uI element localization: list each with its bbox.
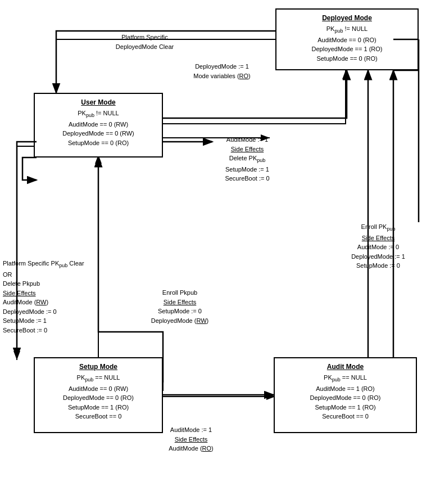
label-ppc-line3: Delete Pkpub: [3, 279, 87, 289]
setup-mode-box: Setup Mode PKpub == NULL AuditMode == 0 …: [34, 357, 163, 433]
deployed-mode-box: Deployed Mode PKpub != NULL AuditMode ==…: [275, 8, 419, 70]
label-epr-line2: Side Effects: [342, 233, 415, 243]
label-epb-line1: Enroll Pkpub: [143, 288, 216, 298]
label-deployed-mode-set-line2: Mode variables (RO): [171, 71, 273, 81]
deployed-line-4: SetupMode == 0 (RO): [282, 54, 412, 64]
audit-mode-title: Audit Mode: [280, 363, 410, 371]
label-ppc-line8: SecureBoot := 0: [3, 326, 87, 335]
arrow-setup-to-user-enroll: [98, 158, 163, 382]
label-epr-line4: DeployedMode := 1: [342, 252, 415, 262]
deployed-line-3: DeployedMode == 1 (RO): [282, 44, 412, 54]
label-platform-deployed: Platform Specific DeployedMode Clear: [96, 33, 194, 51]
label-utr-line3: Delete PKpub: [214, 154, 281, 165]
label-ppc-line4: Side Effects: [3, 289, 87, 298]
label-platform-deployed-line1: Platform Specific: [96, 33, 194, 42]
label-sta-line3: AuditMode (RO): [155, 444, 228, 453]
setup-line-1: PKpub == NULL: [40, 373, 156, 384]
setup-line-2: AuditMode == 0 (RW): [40, 384, 156, 394]
label-setup-to-audit: AuditMode := 1 Side Effects AuditMode (R…: [155, 425, 228, 453]
audit-line-3: DeployedMode == 0 (RO): [280, 393, 410, 403]
label-user-to-right: AuditMode := 1 Side Effects Delete PKpub…: [214, 135, 281, 183]
label-deployed-mode-set: DeployedMode := 1 Mode variables (RO): [171, 62, 273, 80]
label-platform-pkpub-clear: Platform Specific PKpub Clear OR Delete …: [0, 259, 87, 335]
label-ppc-line2: OR: [3, 270, 87, 280]
label-ppc-line6: DeployedMode := 0: [3, 307, 87, 317]
diagram-container: Deployed Mode PKpub != NULL AuditMode ==…: [0, 0, 431, 504]
deployed-line-1: PKpub != NULL: [282, 24, 412, 35]
setup-line-5: SecureBoot == 0: [40, 412, 156, 421]
label-epb-line2: Side Effects: [143, 298, 216, 307]
label-deployed-mode-set-line1: DeployedMode := 1: [171, 62, 273, 71]
label-ppc-line5: AuditMode (RW): [3, 298, 87, 307]
label-utr-line5: SecureBoot := 0: [214, 174, 281, 183]
label-sta-line2: Side Effects: [155, 435, 228, 444]
label-utr-line2: Side Effects: [214, 145, 281, 154]
user-line-2: AuditMode == 0 (RW): [40, 120, 156, 129]
setup-line-3: DeployedMode == 0 (RO): [40, 393, 156, 403]
audit-mode-box: Audit Mode PKpub == NULL AuditMode == 1 …: [274, 357, 417, 433]
audit-line-1: PKpub == NULL: [280, 373, 410, 384]
label-enroll-pkpub-bottom: Enroll Pkpub Side Effects SetupMode := 0…: [143, 288, 216, 325]
label-epr-line5: SetupMode := 0: [342, 261, 415, 271]
label-epr-line1: Enroll PKpub: [342, 222, 415, 233]
user-mode-box: User Mode PKpub != NULL AuditMode == 0 (…: [34, 93, 163, 158]
label-ppc-line7: SetupMode := 1: [3, 316, 87, 326]
audit-line-4: SetupMode == 1 (RO): [280, 403, 410, 412]
deployed-line-2: AuditMode == 0 (RO): [282, 35, 412, 45]
setup-mode-title: Setup Mode: [40, 363, 156, 371]
arrow-user-selfloop: [22, 158, 37, 180]
label-utr-line4: SetupMode := 1: [214, 165, 281, 174]
user-mode-title: User Mode: [40, 98, 156, 106]
setup-line-4: SetupMode == 1 (RO): [40, 403, 156, 412]
label-ppc-line1: Platform Specific PKpub Clear: [3, 259, 87, 270]
audit-line-5: SecureBoot == 0: [280, 412, 410, 421]
label-epb-line3: SetupMode := 0: [143, 307, 216, 316]
deployed-mode-title: Deployed Mode: [282, 14, 412, 22]
label-epb-line4: DeployedMode (RW): [143, 316, 216, 326]
label-enroll-pkpub-right: Enroll PKpub Side Effects AuditMode := 0…: [342, 222, 415, 271]
user-line-4: SetupMode == 0 (RO): [40, 138, 156, 148]
arrow-setup-to-user: [98, 155, 163, 391]
user-line-3: DeployedMode == 0 (RW): [40, 129, 156, 138]
audit-line-2: AuditMode == 1 (RO): [280, 384, 410, 394]
user-line-1: PKpub != NULL: [40, 109, 156, 120]
label-utr-line1: AuditMode := 1: [214, 135, 281, 145]
label-platform-deployed-line2: DeployedMode Clear: [96, 42, 194, 52]
label-epr-line3: AuditMode := 0: [342, 242, 415, 252]
label-sta-line1: AuditMode := 1: [155, 425, 228, 435]
